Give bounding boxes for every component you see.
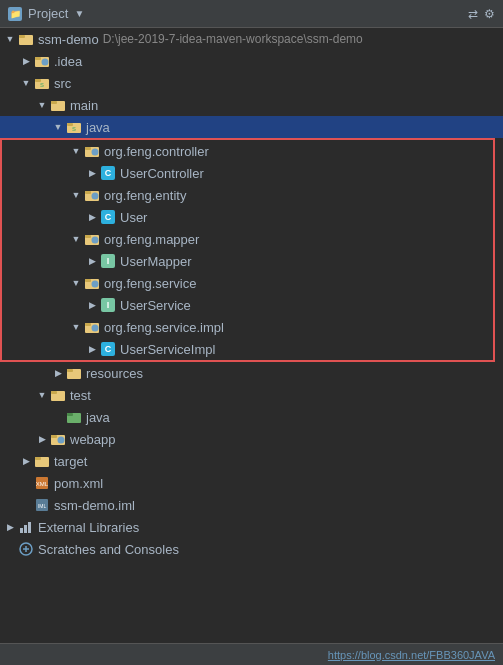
title-bar: 📁 Project ▼ ⇄ ⚙ (0, 0, 503, 28)
node-label-target: target (54, 454, 87, 469)
svg-rect-20 (85, 235, 91, 238)
svg-rect-44 (24, 525, 27, 533)
tree-arrow-UserController[interactable]: ▶ (86, 168, 98, 178)
node-label-UserServiceImpl: UserServiceImpl (120, 342, 215, 357)
tree-arrow-org.feng.service[interactable]: ▼ (70, 278, 82, 288)
node-label-org.feng.service: org.feng.service (104, 276, 197, 291)
tree-item-main[interactable]: ▼main (0, 94, 503, 116)
node-icon-main (50, 97, 66, 113)
tree-item-scratches[interactable]: Scratches and Consoles (0, 538, 503, 560)
tree-item-ext-libraries[interactable]: ▶External Libraries (0, 516, 503, 538)
project-icon: 📁 (8, 7, 22, 21)
layout-btn[interactable]: ⇄ (468, 7, 478, 21)
node-label-src: src (54, 76, 71, 91)
tree-item-org.feng.entity[interactable]: ▼org.feng.entity (2, 184, 493, 206)
node-label-User: User (120, 210, 147, 225)
svg-rect-17 (85, 191, 91, 194)
svg-text:S: S (40, 82, 44, 88)
svg-point-4 (42, 59, 49, 66)
title-arrow[interactable]: ▼ (74, 8, 84, 19)
node-label-UserService: UserService (120, 298, 191, 313)
tree-item-pom.xml[interactable]: XMLpom.xml (0, 472, 503, 494)
tree-arrow-UserService[interactable]: ▶ (86, 300, 98, 310)
node-label-test: test (70, 388, 91, 403)
tree-arrow-idea[interactable]: ▶ (20, 56, 32, 66)
svg-point-18 (92, 193, 99, 200)
node-icon-org.feng.service (84, 275, 100, 291)
tree-item-UserService[interactable]: ▶IUserService (2, 294, 493, 316)
tree-arrow-src[interactable]: ▼ (20, 78, 32, 88)
tree-item-UserMapper[interactable]: ▶IUserMapper (2, 250, 493, 272)
node-icon-pom.xml: XML (34, 475, 50, 491)
tree-item-target[interactable]: ▶target (0, 450, 503, 472)
tree-arrow-org.feng.mapper[interactable]: ▼ (70, 234, 82, 244)
tree-item-User[interactable]: ▶CUser (2, 206, 493, 228)
svg-rect-26 (85, 323, 91, 326)
tree-arrow-UserServiceImpl[interactable]: ▶ (86, 344, 98, 354)
red-box-outline: ▼org.feng.controller▶CUserController▼org… (0, 138, 495, 362)
tree-item-org.feng.service.impl[interactable]: ▼org.feng.service.impl (2, 316, 493, 338)
tree-arrow-org.feng.entity[interactable]: ▼ (70, 190, 82, 200)
tree-arrow-ext-libraries[interactable]: ▶ (4, 522, 16, 532)
tree-item-java[interactable]: ▼Sjava (0, 116, 503, 138)
tree-item-org.feng.controller[interactable]: ▼org.feng.controller (2, 140, 493, 162)
tree-item-org.feng.service[interactable]: ▼org.feng.service (2, 272, 493, 294)
status-url[interactable]: https://blog.csdn.net/FBB360JAVA (328, 649, 495, 661)
tree-item-UserServiceImpl[interactable]: ▶CUserServiceImpl (2, 338, 493, 360)
tree-arrow-target[interactable]: ▶ (20, 456, 32, 466)
node-icon-User: C (100, 209, 116, 225)
node-icon-scratches (18, 541, 34, 557)
node-icon-target (34, 453, 50, 469)
tree-arrow-ssm-demo[interactable]: ▼ (4, 34, 16, 44)
title-actions: ⇄ ⚙ (468, 7, 495, 21)
node-label-idea: .idea (54, 54, 82, 69)
tree-arrow-org.feng.service.impl[interactable]: ▼ (70, 322, 82, 332)
tree-item-java2[interactable]: java (0, 406, 503, 428)
node-icon-java: S (66, 119, 82, 135)
tree-item-webapp[interactable]: ▶webapp (0, 428, 503, 450)
node-icon-org.feng.mapper (84, 231, 100, 247)
title-label: Project (28, 6, 68, 21)
svg-point-21 (92, 237, 99, 244)
tree-arrow-User[interactable]: ▶ (86, 212, 98, 222)
tree-arrow-UserMapper[interactable]: ▶ (86, 256, 98, 266)
tree-arrow-java[interactable]: ▼ (52, 122, 64, 132)
node-icon-org.feng.service.impl (84, 319, 100, 335)
tree-item-idea[interactable]: ▶.idea (0, 50, 503, 72)
node-label-scratches: Scratches and Consoles (38, 542, 179, 557)
tree-item-src[interactable]: ▼Ssrc (0, 72, 503, 94)
svg-rect-45 (28, 522, 31, 533)
tree-arrow-resources[interactable]: ▶ (52, 368, 64, 378)
status-bar[interactable]: https://blog.csdn.net/FBB360JAVA (0, 643, 503, 665)
svg-rect-43 (20, 528, 23, 533)
node-icon-webapp (50, 431, 66, 447)
svg-text:S: S (72, 126, 76, 132)
node-icon-ext-libraries (18, 519, 34, 535)
svg-point-27 (92, 325, 99, 332)
svg-rect-14 (85, 147, 91, 150)
tree-arrow-webapp[interactable]: ▶ (36, 434, 48, 444)
tree-item-ssm-demo.iml[interactable]: IMLssm-demo.iml (0, 494, 503, 516)
node-label-resources: resources (86, 366, 143, 381)
node-icon-ssm-demo.iml: IML (34, 497, 50, 513)
tree-arrow-test[interactable]: ▼ (36, 390, 48, 400)
tree-item-ssm-demo[interactable]: ▼ssm-demo D:\jee-2019-7-idea-maven-works… (0, 28, 503, 50)
tree-arrow-main[interactable]: ▼ (36, 100, 48, 110)
node-label-pom.xml: pom.xml (54, 476, 103, 491)
tree-item-test[interactable]: ▼test (0, 384, 503, 406)
node-label-org.feng.mapper: org.feng.mapper (104, 232, 199, 247)
node-label-org.feng.controller: org.feng.controller (104, 144, 209, 159)
tree-item-resources[interactable]: ▶resources (0, 362, 503, 384)
tree-item-UserController[interactable]: ▶CUserController (2, 162, 493, 184)
node-label-org.feng.service.impl: org.feng.service.impl (104, 320, 224, 335)
node-icon-org.feng.controller (84, 143, 100, 159)
node-label-main: main (70, 98, 98, 113)
settings-btn[interactable]: ⚙ (484, 7, 495, 21)
node-icon-test (50, 387, 66, 403)
node-icon-UserService: I (100, 297, 116, 313)
node-label-java2: java (86, 410, 110, 425)
svg-rect-23 (85, 279, 91, 282)
node-icon-org.feng.entity (84, 187, 100, 203)
tree-arrow-org.feng.controller[interactable]: ▼ (70, 146, 82, 156)
tree-item-org.feng.mapper[interactable]: ▼org.feng.mapper (2, 228, 493, 250)
